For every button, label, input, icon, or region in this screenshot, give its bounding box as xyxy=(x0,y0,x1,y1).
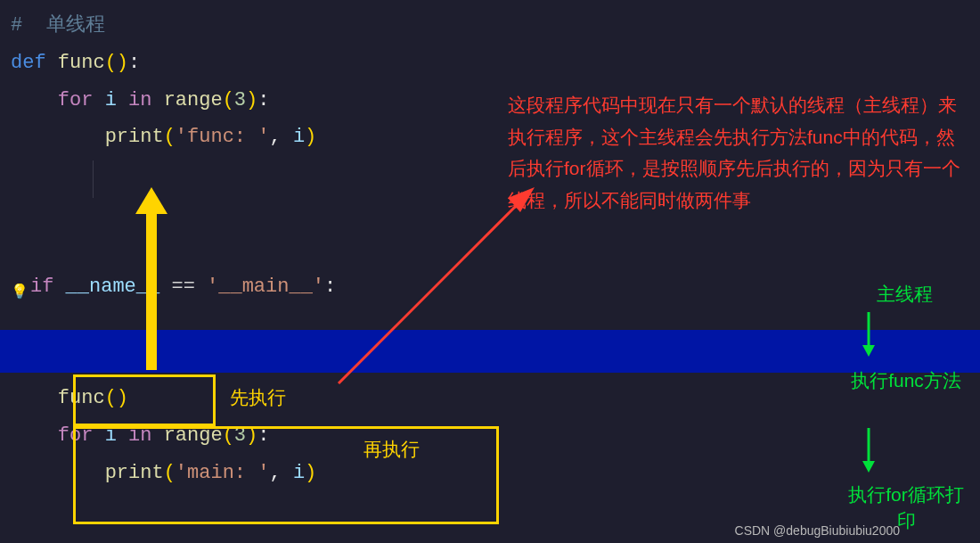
code-line xyxy=(11,305,980,342)
watermark: CSDN @debugBiubiubiu2000 xyxy=(735,523,900,538)
code-line: print('main: ', i) xyxy=(11,455,980,492)
annotation-main-thread: 主线程 xyxy=(855,281,953,307)
keyword-in: in xyxy=(128,89,151,111)
annotation-explanation: 这段程序代码中现在只有一个默认的线程（主线程）来执行程序，这个主线程会先执行方法… xyxy=(508,89,962,217)
comment: # 单线程 xyxy=(11,14,105,37)
annotation-first-exec: 先执行 xyxy=(230,385,286,410)
keyword-if: if xyxy=(30,276,53,298)
keyword-in: in xyxy=(128,424,151,447)
code-line: func() xyxy=(11,380,980,417)
code-line: for i in range(3): xyxy=(11,417,980,455)
code-line: 💡if __name__ == '__main__': xyxy=(11,268,980,306)
keyword-for: for xyxy=(58,89,94,111)
builtin-range: range xyxy=(164,424,223,447)
function-call: func xyxy=(58,387,105,409)
lightbulb-icon[interactable]: 💡 xyxy=(11,279,25,293)
code-editor[interactable]: # 单线程 def func(): for i in range(3): pri… xyxy=(0,0,980,491)
keyword-def: def xyxy=(11,52,46,74)
function-name: func xyxy=(58,52,105,74)
builtin-print: print xyxy=(105,462,164,484)
code-line xyxy=(11,231,980,268)
annotation-second-exec: 再执行 xyxy=(363,437,420,462)
builtin-print: print xyxy=(105,126,164,148)
keyword-for: for xyxy=(58,424,94,447)
code-line: def func(): xyxy=(11,45,980,82)
code-line: # 单线程 xyxy=(11,7,980,45)
annotation-exec-func: 执行func方法 xyxy=(848,367,964,393)
code-line xyxy=(11,342,980,380)
builtin-range: range xyxy=(164,89,223,111)
